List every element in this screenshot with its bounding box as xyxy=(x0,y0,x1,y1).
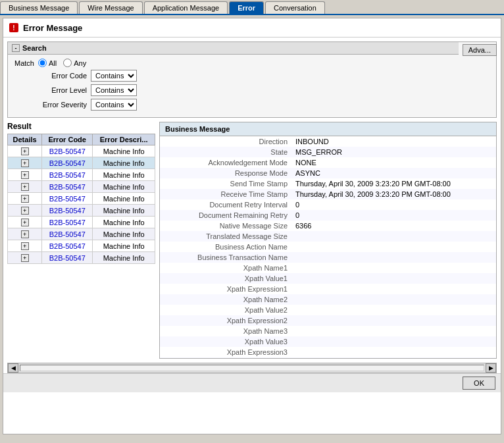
col-error-desc: Error Descri... xyxy=(93,134,155,145)
table-row[interactable]: + B2B-50547 Machine Info xyxy=(8,205,155,217)
error-code-link[interactable]: B2B-50547 xyxy=(49,159,86,167)
details-cell[interactable]: + xyxy=(8,145,42,157)
detail-value: MSG_ERROR xyxy=(291,147,496,157)
body-area: Result Details Error Code Error Descri..… xyxy=(7,122,497,359)
error-code-link[interactable]: B2B-50547 xyxy=(49,195,86,203)
error-code-link[interactable]: B2B-50547 xyxy=(49,171,86,179)
error-desc-cell: Machine Info xyxy=(93,145,155,157)
detail-value xyxy=(291,273,496,284)
error-desc-cell: Machine Info xyxy=(93,240,155,252)
detail-row: Xpath Name1 xyxy=(160,263,496,273)
details-cell[interactable]: + xyxy=(8,205,42,217)
advanced-button[interactable]: Adva... xyxy=(463,44,497,56)
match-row: Match All Any xyxy=(14,59,490,67)
expand-icon[interactable]: + xyxy=(21,159,29,167)
table-row[interactable]: + B2B-50547 Machine Info xyxy=(8,157,155,169)
hscroll-left-btn[interactable]: ◀ xyxy=(8,363,18,373)
expand-icon[interactable]: + xyxy=(21,219,29,226)
radio-group: All Any xyxy=(38,59,86,67)
error-code-cell: B2B-50547 xyxy=(42,181,93,193)
tab-business-message[interactable]: Business Message xyxy=(0,1,78,14)
error-desc-cell: Machine Info xyxy=(93,228,155,240)
details-cell[interactable]: + xyxy=(8,217,42,228)
detail-value: Thursday, April 30, 2009 3:23:20 PM GMT-… xyxy=(291,178,496,189)
detail-row: Receive Time Stamp Thursday, April 30, 2… xyxy=(160,189,496,199)
error-code-link[interactable]: B2B-50547 xyxy=(49,147,86,155)
table-row[interactable]: + B2B-50547 Machine Info xyxy=(8,217,155,228)
error-code-label: Error Code xyxy=(28,72,87,80)
detail-value xyxy=(291,294,496,305)
detail-value xyxy=(291,357,496,358)
radio-any[interactable]: Any xyxy=(63,59,86,67)
table-row[interactable]: + B2B-50547 Machine Info xyxy=(8,145,155,157)
detail-row: Xpath Value1 xyxy=(160,273,496,284)
detail-value xyxy=(291,231,496,242)
details-cell[interactable]: + xyxy=(8,240,42,252)
error-code-link[interactable]: B2B-50547 xyxy=(49,219,86,226)
collapse-icon[interactable]: - xyxy=(12,44,20,52)
table-row[interactable]: + B2B-50547 Machine Info xyxy=(8,193,155,205)
detail-value xyxy=(291,263,496,273)
ok-button[interactable]: OK xyxy=(463,377,495,390)
expand-icon[interactable]: + xyxy=(21,147,29,155)
detail-label: Xpath Value1 xyxy=(160,273,291,284)
hscroll-track[interactable] xyxy=(20,365,484,371)
details-cell[interactable]: + xyxy=(8,193,42,205)
error-code-link[interactable]: B2B-50547 xyxy=(49,254,86,262)
expand-icon[interactable]: + xyxy=(21,183,29,191)
error-level-label: Error Level xyxy=(28,86,87,94)
detail-row: Document Remaining Retry 0 xyxy=(160,210,496,221)
detail-row: Xpath Expression2 xyxy=(160,315,496,326)
table-row[interactable]: + B2B-50547 Machine Info xyxy=(8,181,155,193)
details-cell[interactable]: + xyxy=(8,157,42,169)
error-code-link[interactable]: B2B-50547 xyxy=(49,207,86,215)
details-cell[interactable]: + xyxy=(8,181,42,193)
table-row[interactable]: + B2B-50547 Machine Info xyxy=(8,252,155,264)
detail-value xyxy=(291,336,496,347)
details-cell[interactable]: + xyxy=(8,169,42,181)
detail-label: Acknowledgement Mode xyxy=(160,157,291,168)
tab-application-message[interactable]: Application Message xyxy=(144,1,228,14)
expand-icon[interactable]: + xyxy=(21,230,29,238)
error-code-cell: B2B-50547 xyxy=(42,169,93,181)
detail-value: 0 xyxy=(291,210,496,221)
search-title: Search xyxy=(22,44,47,52)
radio-all[interactable]: All xyxy=(38,59,57,67)
details-cell[interactable]: + xyxy=(8,228,42,240)
error-code-link[interactable]: B2B-50547 xyxy=(49,230,86,238)
tab-wire-message[interactable]: Wire Message xyxy=(79,1,142,14)
expand-icon[interactable]: + xyxy=(21,254,29,262)
expand-icon[interactable]: + xyxy=(21,195,29,203)
detail-body[interactable]: Direction INBOUND State MSG_ERROR Acknow… xyxy=(160,136,496,358)
details-cell[interactable]: + xyxy=(8,252,42,264)
error-code-cell: B2B-50547 xyxy=(42,228,93,240)
page-title-text: Error Message xyxy=(23,23,82,33)
error-code-cell: B2B-50547 xyxy=(42,217,93,228)
result-title: Result xyxy=(7,122,155,131)
hscroll-right-btn[interactable]: ▶ xyxy=(486,363,496,373)
expand-icon[interactable]: + xyxy=(21,171,29,179)
match-label: Match xyxy=(14,59,34,67)
error-code-link[interactable]: B2B-50547 xyxy=(49,242,86,250)
table-row[interactable]: + B2B-50547 Machine Info xyxy=(8,169,155,181)
table-row[interactable]: + B2B-50547 Machine Info xyxy=(8,240,155,252)
expand-icon[interactable]: + xyxy=(21,207,29,215)
expand-icon[interactable]: + xyxy=(21,242,29,250)
detail-value: INBOUND xyxy=(291,136,496,147)
error-desc-cell: Machine Info xyxy=(93,205,155,217)
detail-row: Business Transaction Name xyxy=(160,252,496,263)
error-code-select[interactable]: Contains Equals xyxy=(91,70,137,82)
error-code-link[interactable]: B2B-50547 xyxy=(49,183,86,191)
table-row[interactable]: + B2B-50547 Machine Info xyxy=(8,228,155,240)
error-severity-select[interactable]: Contains Equals xyxy=(91,99,137,111)
search-header: - Search xyxy=(8,42,459,55)
detail-label: Xpath Name2 xyxy=(160,294,291,305)
detail-value xyxy=(291,284,496,294)
error-level-select[interactable]: Contains Equals xyxy=(91,84,137,96)
tab-conversation[interactable]: Conversation xyxy=(265,1,325,14)
tab-error[interactable]: Error xyxy=(229,1,264,14)
error-severity-row: Error Severity Contains Equals xyxy=(14,99,490,111)
detail-label: Xpath Value2 xyxy=(160,305,291,315)
error-desc-cell: Machine Info xyxy=(93,157,155,169)
tab-bar: Business Message Wire Message Applicatio… xyxy=(0,0,504,15)
